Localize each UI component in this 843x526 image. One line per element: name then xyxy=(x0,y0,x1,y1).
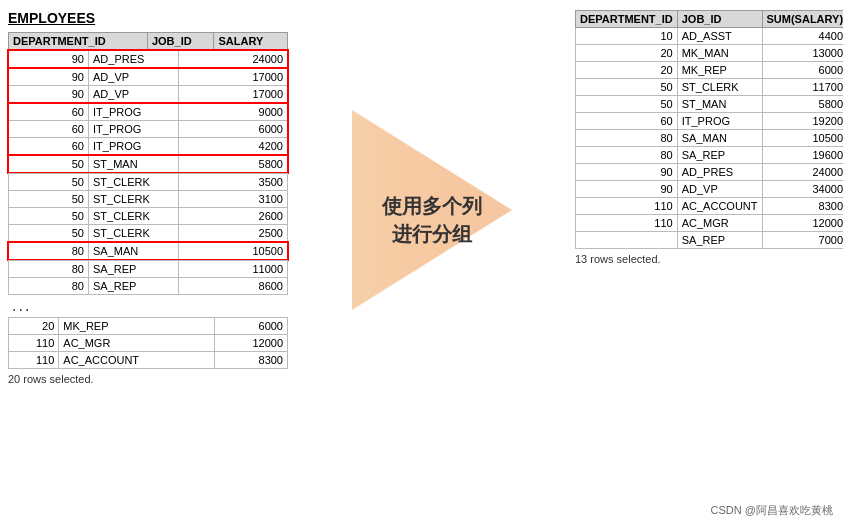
table-row: 50ST_CLERK3100 xyxy=(9,191,288,208)
table-row: 80SA_REP8600 xyxy=(9,278,288,295)
left-section: EMPLOYEES DEPARTMENT_ID JOB_ID SALARY 90… xyxy=(8,10,288,385)
left-group-table-3: 50ST_MAN5800 xyxy=(8,155,288,173)
left-col-salary: SALARY xyxy=(214,33,288,50)
table-row: 60IT_PROG9000 xyxy=(9,104,288,121)
table-row: 10AD_ASST4400 xyxy=(576,28,844,45)
left-group-table-0: 90AD_PRES24000 xyxy=(8,50,288,68)
middle-text-line1: 使用多个列 xyxy=(382,195,482,217)
left-col-job: JOB_ID xyxy=(147,33,214,50)
middle-text-line2: 进行分组 xyxy=(392,223,472,245)
table-row: 50ST_MAN5800 xyxy=(576,96,844,113)
right-section: DEPARTMENT_ID JOB_ID SUM(SALARY) 10AD_AS… xyxy=(575,10,835,265)
table-row: 60IT_PROG19200 xyxy=(576,113,844,130)
right-table: DEPARTMENT_ID JOB_ID SUM(SALARY) 10AD_AS… xyxy=(575,10,843,249)
table-row: 90AD_PRES24000 xyxy=(9,51,288,68)
table-row: 50ST_CLERK2500 xyxy=(9,225,288,242)
right-rows-selected: 13 rows selected. xyxy=(575,253,835,265)
table-row: 110AC_ACCOUNT8300 xyxy=(576,198,844,215)
table-row: 50ST_MAN5800 xyxy=(9,156,288,173)
table-row: 20MK_REP6000 xyxy=(9,318,288,335)
table-row: 80SA_REP11000 xyxy=(9,261,288,278)
main-container: EMPLOYEES DEPARTMENT_ID JOB_ID SALARY 90… xyxy=(0,0,843,526)
table-row: 60IT_PROG4200 xyxy=(9,138,288,155)
table-row: SA_REP7000 xyxy=(576,232,844,249)
right-col-job: JOB_ID xyxy=(677,11,762,28)
table-row: 50ST_CLERK2600 xyxy=(9,208,288,225)
table-row: 110AC_MGR12000 xyxy=(576,215,844,232)
table-row: 60IT_PROG6000 xyxy=(9,121,288,138)
left-group-table-4: 50ST_CLERK350050ST_CLERK310050ST_CLERK26… xyxy=(8,173,288,242)
right-col-dept: DEPARTMENT_ID xyxy=(576,11,678,28)
table-row: 80SA_MAN10500 xyxy=(576,130,844,147)
table-row: 90AD_VP17000 xyxy=(9,86,288,103)
middle-section: 使用多个列 进行分组 xyxy=(288,10,575,410)
table-row: 90AD_VP17000 xyxy=(9,69,288,86)
table-row: 50ST_CLERK3500 xyxy=(9,174,288,191)
left-table-groups: 90AD_PRES2400090AD_VP1700090AD_VP1700060… xyxy=(8,50,288,295)
ellipsis: ... xyxy=(8,295,288,317)
table-row: 110AC_MGR12000 xyxy=(9,335,288,352)
table-row: 50ST_CLERK11700 xyxy=(576,79,844,96)
left-bottom-table: 20MK_REP6000110AC_MGR12000110AC_ACCOUNT8… xyxy=(8,317,288,369)
left-table-title: EMPLOYEES xyxy=(8,10,288,26)
table-row: 80SA_MAN10500 xyxy=(9,243,288,260)
table-row: 20MK_MAN13000 xyxy=(576,45,844,62)
table-row: 110AC_ACCOUNT8300 xyxy=(9,352,288,369)
left-group-table-1: 90AD_VP1700090AD_VP17000 xyxy=(8,68,288,103)
watermark: CSDN @阿昌喜欢吃黄桃 xyxy=(711,503,833,518)
left-table: DEPARTMENT_ID JOB_ID SALARY xyxy=(8,32,288,50)
table-row: 90AD_VP34000 xyxy=(576,181,844,198)
table-row: 20MK_REP6000 xyxy=(576,62,844,79)
middle-text: 使用多个列 进行分组 xyxy=(382,192,482,248)
right-col-sum: SUM(SALARY) xyxy=(762,11,843,28)
left-group-table-2: 60IT_PROG900060IT_PROG600060IT_PROG4200 xyxy=(8,103,288,155)
left-group-table-5: 80SA_MAN10500 xyxy=(8,242,288,260)
left-group-table-6: 80SA_REP1100080SA_REP8600 xyxy=(8,260,288,295)
left-rows-selected: 20 rows selected. xyxy=(8,373,288,385)
table-row: 80SA_REP19600 xyxy=(576,147,844,164)
table-row: 90AD_PRES24000 xyxy=(576,164,844,181)
left-col-dept: DEPARTMENT_ID xyxy=(9,33,148,50)
